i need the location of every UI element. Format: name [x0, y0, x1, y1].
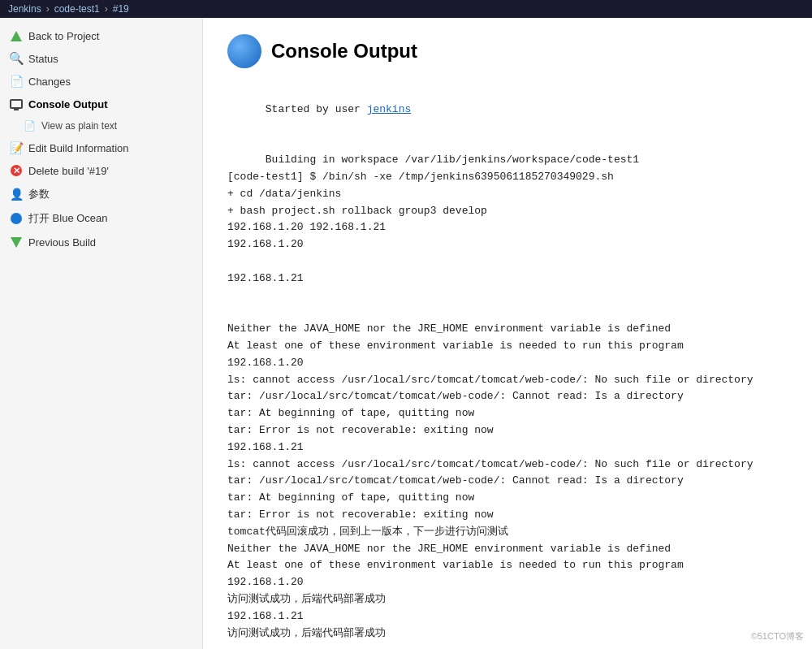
delete-icon: ✕	[10, 164, 23, 177]
topbar-jenkins-link[interactable]: Jenkins	[8, 3, 41, 15]
sidebar-item-back-to-project[interactable]: Back to Project	[0, 24, 202, 47]
sidebar-label-delete-build: Delete build '#19'	[28, 165, 109, 177]
changes-icon: 📄	[10, 75, 23, 88]
topbar-sep2: ›	[105, 3, 108, 15]
sidebar-label-console-output: Console Output	[28, 98, 108, 110]
sidebar-label-edit-build-info: Edit Build Information	[28, 142, 129, 154]
blue-ocean-icon	[10, 212, 23, 225]
watermark: ©51CTO博客	[751, 630, 804, 643]
prev-build-icon	[10, 236, 23, 249]
sidebar-label-back-to-project: Back to Project	[28, 30, 99, 42]
console-title-icon	[227, 34, 261, 68]
sidebar-item-status[interactable]: 🔍 Status	[0, 47, 202, 70]
sidebar-label-view-plain-text: View as plain text	[41, 120, 117, 132]
console-icon	[10, 97, 23, 110]
params-icon: 👤	[10, 188, 23, 201]
sidebar-label-status: Status	[28, 53, 58, 65]
sidebar-item-changes[interactable]: 📄 Changes	[0, 70, 202, 93]
arrow-up-icon	[10, 29, 23, 42]
topbar-build-link[interactable]: #19	[113, 3, 129, 15]
output-lines: Building in workspace /var/lib/jenkins/w…	[227, 154, 754, 649]
output-started-prefix: Started by user	[266, 103, 367, 115]
console-title: Console Output	[227, 34, 788, 68]
sidebar-item-previous-build[interactable]: Previous Build	[0, 231, 202, 253]
sidebar-label-blue-ocean: 打开 Blue Ocean	[28, 211, 108, 226]
output-user-link[interactable]: jenkins	[367, 103, 412, 115]
plain-text-icon: 📄	[23, 119, 36, 132]
sidebar-item-params[interactable]: 👤 参数	[0, 182, 202, 206]
topbar: Jenkins › code-test1 › #19	[0, 0, 812, 18]
sidebar-item-delete-build[interactable]: ✕ Delete build '#19'	[0, 159, 202, 182]
console-output-area: Started by user jenkins Building in work…	[227, 84, 788, 649]
edit-icon: 📝	[10, 141, 23, 154]
sidebar-item-blue-ocean[interactable]: 打开 Blue Ocean	[0, 206, 202, 231]
sidebar-item-edit-build-info[interactable]: 📝 Edit Build Information	[0, 136, 202, 159]
topbar-sep1: ›	[46, 3, 50, 15]
topbar-project-link[interactable]: code-test1	[54, 3, 100, 15]
sidebar-item-console-output[interactable]: Console Output	[0, 93, 202, 115]
sidebar: Back to Project 🔍 Status 📄 Changes Conso…	[0, 18, 203, 649]
sidebar-item-view-plain-text[interactable]: 📄 View as plain text	[0, 115, 202, 136]
sidebar-label-changes: Changes	[28, 76, 71, 88]
page-title: Console Output	[271, 40, 417, 63]
sidebar-label-params: 参数	[28, 187, 50, 201]
search-icon: 🔍	[10, 52, 23, 65]
sidebar-label-previous-build: Previous Build	[28, 236, 96, 249]
main-content: Console Output Started by user jenkins B…	[203, 18, 812, 649]
